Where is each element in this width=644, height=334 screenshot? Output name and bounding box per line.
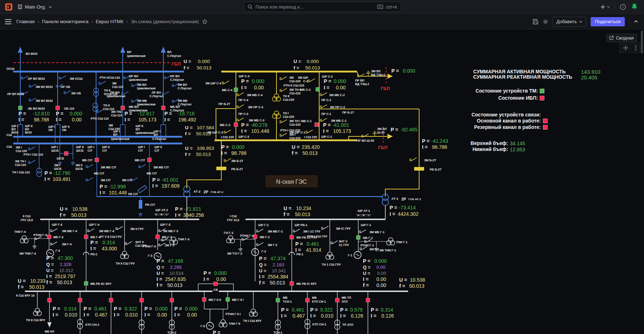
value: 43.000: [102, 246, 117, 251]
dashboard-settings-button[interactable]: [543, 19, 548, 25]
value: 0.314: [102, 240, 115, 245]
label: 2Р: [401, 197, 406, 201]
value-key: Q =: [157, 265, 164, 270]
value: 0.000: [334, 78, 346, 84]
total-active-power-label: СУММАРНАЯ АКТИВНАЯ МОЩНОСТЬ: [473, 69, 566, 74]
share-button[interactable]: Поделиться: [591, 17, 625, 26]
label: КТП СН-1: [312, 300, 326, 303]
label: ТСН-1: [273, 331, 282, 334]
switch-symbol: [322, 226, 328, 230]
label: ЗМ ОБ: [71, 92, 81, 95]
label: ЗМ ШР С-4: [205, 82, 221, 85]
generator-g1: [356, 254, 359, 256]
move-icon[interactable]: [623, 45, 628, 51]
org-name: Main Org.: [25, 4, 46, 10]
label: РТН СШ-110: [91, 117, 109, 120]
value: 103.491: [53, 176, 71, 182]
label: ЗМ ШР: [298, 76, 308, 79]
org-switcher[interactable]: Main Org.: [17, 4, 52, 10]
breadcrumb-home[interactable]: Главная: [16, 19, 35, 24]
ground-symbol: [238, 247, 243, 251]
upstream-level-label: Верхний бъеф:: [427, 141, 508, 146]
value-key: I =: [340, 313, 346, 319]
favorite-star-icon[interactable]: [202, 19, 207, 24]
search-input[interactable]: Поиск или переход к... ctrl+k: [244, 2, 401, 12]
overview-link-button[interactable]: Сводная: [606, 34, 637, 42]
label: Цимлянская: [137, 87, 155, 90]
value-key: P =: [363, 258, 370, 264]
breadcrumb-folder[interactable]: Евраз НТМК: [96, 19, 123, 24]
add-new-button[interactable]: [600, 4, 610, 10]
switch-symbol: [29, 84, 36, 88]
label: ПР С-4: [238, 98, 248, 102]
value: 2.295: [170, 265, 182, 270]
label: ЗМ ШР С-3: [207, 131, 223, 134]
label: ЗМ МБ С-3: [249, 119, 264, 122]
label: ШР I: [138, 145, 145, 149]
value: 50.013: [409, 283, 424, 289]
breaker-square: [336, 298, 339, 302]
label: ЭБ ВЛ 8033: [28, 107, 45, 110]
value-key: I =: [363, 276, 369, 282]
label: МБ Г-1: [363, 236, 373, 240]
earthing-switch-symbol: [366, 71, 370, 76]
label: РБ-1: [296, 252, 303, 256]
ground-symbol: [32, 244, 37, 248]
label: ШР II: [154, 145, 162, 149]
value-key: P =: [174, 306, 182, 312]
label: ЗМ МБ С-2: [329, 93, 345, 97]
switch-symbol: [237, 118, 244, 121]
label: ЗМ ВЛ 8033: [36, 85, 53, 89]
value-key: I =: [281, 313, 287, 319]
value: 2.328: [60, 262, 72, 267]
switch-symbol: [360, 247, 367, 250]
save-dashboard-button[interactable]: [533, 19, 538, 25]
switch-symbol: [64, 90, 71, 94]
label: С-2: [303, 79, 308, 83]
label: ЗМ Г-3: [165, 244, 174, 247]
help-button[interactable]: ?: [620, 4, 626, 10]
label: СIТ: [154, 149, 160, 152]
user-avatar[interactable]: [630, 2, 638, 11]
label: I СШ: [230, 214, 237, 218]
value-key: I =: [221, 150, 227, 156]
value-key: Q =: [46, 262, 54, 267]
label: ГРУ 10,5: [21, 218, 33, 222]
value-key: f =: [184, 65, 189, 71]
value: 105.173: [138, 117, 157, 122]
scrollbar[interactable]: [641, 31, 643, 53]
collapse-header-button[interactable]: [634, 19, 638, 24]
label: ЗНТ V: [339, 240, 348, 243]
breaker-square: [290, 235, 294, 239]
autotransformer-at1: [382, 199, 389, 205]
tn1-sh110: [37, 172, 42, 177]
value-key: U =: [292, 144, 300, 150]
value: -40.278: [250, 122, 268, 128]
label: ШР Г-2: [258, 223, 269, 227]
label: ЗМ II: [75, 163, 83, 167]
value: 101.448: [109, 190, 127, 195]
breadcrumb-dashboards[interactable]: Панели мониторинга: [42, 19, 89, 24]
value-key: I =: [310, 313, 316, 319]
menu-toggle[interactable]: [5, 19, 11, 24]
label: ТНИ Г-5: [229, 322, 240, 325]
value: 0.00: [157, 312, 167, 318]
kebab-menu-icon[interactable]: [635, 45, 637, 51]
value-key: I =: [84, 312, 89, 318]
value-key: f =: [399, 283, 405, 289]
total-reactive-power-label: СУММАРНАЯ РЕАКТИВНАЯ МОЩНОСТЬ: [473, 74, 572, 80]
label: МБ ВЛ: [170, 105, 180, 109]
label: ШР РБ-1: [295, 223, 307, 227]
value: 0.000: [198, 59, 210, 64]
label: ШР Г-3: [160, 223, 170, 226]
panel-hover-controls: [619, 43, 640, 53]
label: II СШ: [23, 214, 31, 218]
grafana-logo[interactable]: [5, 3, 12, 11]
label: ТVI Г-2: [223, 231, 233, 235]
value: 0.00: [376, 265, 385, 270]
station-title: N-ская ГЭС: [276, 179, 307, 185]
label: ШР Г-4: [89, 223, 99, 226]
value-key: U =: [60, 206, 68, 212]
add-button[interactable]: Добавить: [553, 17, 586, 27]
chevron-down-icon: [48, 5, 52, 9]
